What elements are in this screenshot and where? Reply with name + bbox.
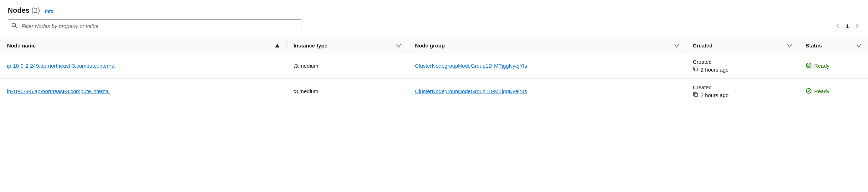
created-time: 2 hours ago — [701, 92, 729, 98]
next-page-button[interactable] — [854, 23, 860, 29]
col-label: Instance type — [294, 43, 328, 49]
nodes-table: Node name Instance type — [0, 38, 868, 104]
pagination: 1 — [835, 23, 860, 29]
filter-input[interactable] — [8, 19, 301, 32]
status-cell: Ready — [806, 88, 861, 95]
created-label: Created — [693, 84, 792, 90]
svg-marker-2 — [275, 44, 279, 47]
status-text: Ready — [814, 88, 829, 94]
table-row: ip-10-0-3-5.ap-northeast-3.compute.inter… — [0, 79, 868, 104]
instance-type: t3.medium — [294, 63, 318, 69]
col-header-group[interactable]: Node group — [408, 38, 685, 53]
svg-rect-7 — [694, 68, 697, 71]
status-ok-icon — [806, 88, 812, 95]
created-cell: Created 2 hours ago — [693, 59, 792, 73]
title-text: Nodes — [8, 6, 29, 14]
filter-wrapper — [8, 19, 301, 32]
copy-icon[interactable] — [693, 66, 698, 73]
col-header-created[interactable]: Created — [686, 38, 799, 53]
created-cell: Created 2 hours ago — [693, 84, 792, 98]
sort-icon — [857, 43, 861, 49]
status-cell: Ready — [806, 62, 861, 69]
table-header-row: Node name Instance type — [0, 38, 868, 53]
prev-page-button[interactable] — [835, 23, 841, 29]
page-number: 1 — [846, 23, 849, 29]
sort-icon — [675, 43, 679, 49]
node-group-link[interactable]: ClusterNodegroupNodeGroup1D-MTjggNyejYIs — [415, 63, 527, 69]
panel-header: Nodes (2) Info — [0, 0, 868, 19]
node-name-link[interactable]: ip-10-0-2-249.ap-northeast-3.compute.int… — [7, 63, 116, 69]
svg-marker-4 — [675, 44, 679, 47]
created-time-row: 2 hours ago — [693, 92, 792, 98]
col-header-name[interactable]: Node name — [0, 38, 287, 53]
col-header-instance[interactable]: Instance type — [287, 38, 408, 53]
svg-marker-3 — [397, 44, 401, 47]
copy-icon[interactable] — [693, 92, 698, 98]
sort-asc-icon — [275, 43, 279, 49]
status-text: Ready — [814, 63, 829, 69]
sort-icon — [397, 43, 401, 49]
created-time: 2 hours ago — [701, 67, 729, 73]
table-row: ip-10-0-2-249.ap-northeast-3.compute.int… — [0, 53, 868, 79]
info-link[interactable]: Info — [45, 9, 53, 14]
col-label: Node name — [7, 43, 36, 49]
created-label: Created — [693, 59, 792, 65]
col-label: Created — [693, 43, 713, 49]
nodes-panel: Nodes (2) Info 1 — [0, 0, 868, 104]
svg-marker-5 — [787, 44, 792, 47]
svg-rect-9 — [694, 94, 697, 96]
col-label: Node group — [415, 43, 445, 49]
panel-count: (2) — [31, 6, 40, 14]
sort-icon — [787, 43, 792, 49]
controls-row: 1 — [0, 19, 868, 38]
col-label: Status — [806, 43, 822, 49]
svg-marker-6 — [857, 44, 861, 47]
status-ok-icon — [806, 62, 812, 69]
instance-type: t3.medium — [294, 88, 318, 94]
node-group-link[interactable]: ClusterNodegroupNodeGroup1D-MTjggNyejYIs — [415, 88, 527, 94]
col-header-status[interactable]: Status — [799, 38, 868, 53]
node-name-link[interactable]: ip-10-0-3-5.ap-northeast-3.compute.inter… — [7, 88, 110, 94]
created-time-row: 2 hours ago — [693, 66, 792, 73]
panel-title: Nodes (2) — [8, 6, 40, 15]
